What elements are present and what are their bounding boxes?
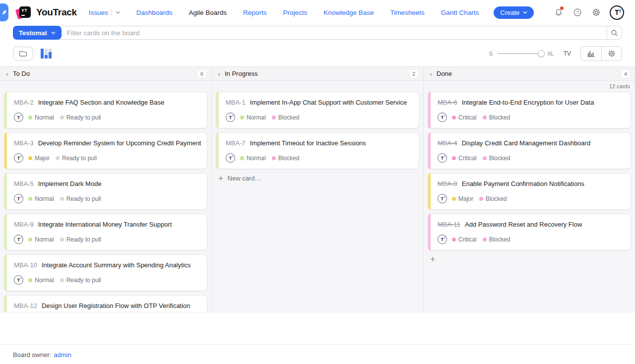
filter-input[interactable] [61,26,607,39]
issue-card[interactable]: MBA-1 Implement In-App Chat Support with… [216,92,419,128]
nav-item-timesheets[interactable]: Timesheets [390,9,425,16]
assignee-avatar: T [438,194,447,203]
issue-card[interactable]: MBA-10 Integrate Account Summary with Sp… [4,254,207,291]
issue-card[interactable]: MBA-7 Implement Timeout for Inactive Ses… [216,132,419,169]
assignee-avatar: T [14,194,23,203]
issue-card[interactable]: MBA-8 Enable Payment Confirmation Notifi… [428,173,631,210]
issue-card[interactable]: MBA-6 Integrate End-to-End Encryption fo… [428,92,631,128]
state-label: Blocked [489,114,510,121]
issue-id[interactable]: MBA-10 [14,261,37,269]
issue-id[interactable]: MBA-12 [14,302,37,309]
issue-title: Implement Timeout for Inactive Sessions [250,139,366,147]
state-dot [60,238,64,242]
issue-title: Design User Registration Flow with OTP V… [42,302,190,309]
issue-id[interactable]: MBA-8 [438,180,457,187]
issue-card[interactable]: MBA-11 Add Password Reset and Recovery F… [428,214,631,250]
priority-dot [28,238,32,242]
create-button[interactable]: Create [494,6,534,19]
help-button[interactable]: ? [572,7,583,18]
card-priority-stripe [4,173,7,210]
assignee-avatar: T [438,235,447,244]
issue-id[interactable]: MBA-2 [14,99,34,106]
issue-id[interactable]: MBA-7 [226,139,246,147]
card-priority-stripe [216,132,219,169]
issue-card[interactable]: MBA-5 Implement Dark Mode T Normal Ready… [4,173,207,210]
board-selector-button[interactable]: Testomat [13,26,62,40]
new-card-button[interactable]: + New card… [216,173,263,183]
quill-icon [1,9,7,15]
assignee-avatar: T [14,235,23,244]
column-header-done: ‹ Done 4 [424,67,635,81]
nav-item-agile-boards[interactable]: Agile Boards [189,9,227,16]
card-priority-stripe [428,92,431,128]
collapse-column-icon[interactable]: ‹ [430,70,432,77]
priority-dot [452,156,456,160]
collapse-column-icon[interactable]: ‹ [218,70,220,77]
issue-title: Display Credit Card Management Dashboard [462,139,590,147]
column-header-todo: ‹ To Do 6 [0,67,211,81]
card-priority-stripe [428,214,431,250]
user-avatar[interactable]: T [610,5,624,20]
avatar-accent [620,9,621,12]
collapse-column-icon[interactable]: ‹ [6,70,8,77]
add-card-button[interactable]: + [428,254,438,264]
priority-dot [28,116,32,120]
progress-chart-toggle[interactable] [41,49,52,59]
nav-item-issues[interactable]: Issues [89,9,108,16]
search-button[interactable] [607,26,622,39]
issue-title: Integrate International Money Transfer S… [38,221,172,228]
nav-item-reports[interactable]: Reports [243,9,266,16]
tv-mode-button[interactable]: TV [564,50,571,57]
board-settings-button[interactable] [601,47,622,61]
priority-label: Critical [458,114,477,121]
priority-label: Major [458,195,473,202]
notifications-button[interactable] [553,7,564,18]
card-priority-stripe [428,173,431,210]
chart-view-button[interactable] [581,47,601,61]
folder-icon [19,50,27,57]
notification-dot [560,6,564,10]
issue-id[interactable]: MBA-6 [438,99,457,106]
backlog-button[interactable] [13,47,33,61]
main-nav: Issues Dashboards Agile Boards Reports P… [89,9,479,16]
issue-card[interactable]: MBA-12 Design User Registration Flow wit… [4,295,207,312]
issue-id[interactable]: MBA-3 [14,139,34,147]
issue-card[interactable]: MBA-9 Integrate International Money Tran… [4,214,207,250]
histogram-icon [587,51,595,57]
column-content-done: 12 cards MBA-6 Integrate End-to-End Encr… [424,81,635,312]
state-dot [60,278,64,282]
column-content-todo: MBA-2 Integrate FAQ Section and Knowledg… [0,81,211,312]
slider-handle[interactable] [538,50,545,57]
column-title: In Progress [225,70,257,77]
state-dot [272,116,276,120]
card-size-slider[interactable] [497,50,543,57]
youtrack-logo[interactable]: YT YouTrack [18,6,77,19]
card-priority-stripe [4,92,7,128]
priority-label: Normal [247,155,266,162]
issue-id[interactable]: MBA-1 [226,99,246,106]
stacked-bar-icon [41,49,44,59]
issue-id[interactable]: MBA-4 [438,139,457,147]
issue-id[interactable]: MBA-5 [14,180,34,187]
logo-text: YouTrack [36,7,77,18]
board-owner-link[interactable]: admin [54,351,71,359]
bottom-spacer [0,312,635,344]
column-in-progress: ‹ In Progress 2 MBA-1 Implement In-App C… [211,67,423,312]
issue-card[interactable]: MBA-2 Integrate FAQ Section and Knowledg… [4,92,207,128]
issue-card[interactable]: MBA-4 Display Credit Card Management Das… [428,132,631,169]
card-priority-stripe [4,254,7,291]
nav-item-knowledge-base[interactable]: Knowledge Base [323,9,374,16]
nav-item-projects[interactable]: Projects [283,9,307,16]
card-priority-stripe [216,92,219,128]
slider-track[interactable] [497,53,543,54]
state-label: Blocked [489,155,510,162]
browser-overlay-tab[interactable] [0,3,8,21]
issue-id[interactable]: MBA-11 [438,221,460,228]
nav-item-dashboards[interactable]: Dashboards [136,9,173,16]
nav-item-gantt-charts[interactable]: Gantt Charts [441,9,479,16]
gear-icon [608,50,616,58]
issue-card[interactable]: MBA-3 Develop Reminder System for Upcomi… [4,132,207,169]
issue-id[interactable]: MBA-9 [14,221,34,228]
settings-button[interactable] [591,7,602,18]
issues-dropdown-chevron-icon[interactable] [116,11,120,14]
